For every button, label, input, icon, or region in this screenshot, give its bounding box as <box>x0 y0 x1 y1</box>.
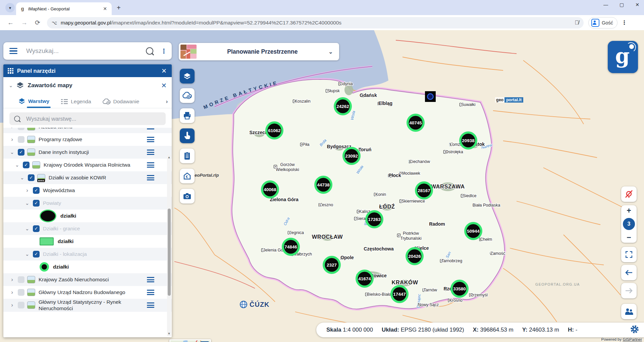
search-input[interactable]: Wyszukaj... <box>26 47 146 55</box>
cluster-marker[interactable]: 23092 <box>342 147 361 165</box>
tree-scrollbar[interactable]: ▲ ▼ <box>167 155 171 336</box>
layer-row[interactable]: ›Główny Urząd Nadzoru Budowlanego <box>3 286 172 299</box>
scrollbar-thumb[interactable] <box>168 209 171 296</box>
cluster-marker[interactable]: 20426 <box>406 247 424 265</box>
layer-checkbox[interactable] <box>18 128 24 130</box>
chevron-down-icon[interactable]: ⌄ <box>19 175 25 181</box>
layer-search-input[interactable]: Wyszukaj warstwę... <box>26 116 76 122</box>
layer-checkbox[interactable]: ✓ <box>33 225 40 232</box>
next-view-button[interactable] <box>621 283 637 298</box>
chevron-down-icon[interactable]: ⌄ <box>9 82 13 89</box>
layer-checkbox[interactable]: ✓ <box>18 149 24 156</box>
layer-checkbox[interactable] <box>18 302 24 308</box>
settings-button[interactable] <box>630 325 639 336</box>
chevron-down-icon[interactable]: ⌄ <box>24 200 30 206</box>
map-content-section[interactable]: ⌄ Zawartość mapy ✕ <box>3 77 172 94</box>
tab-search-chevron-icon[interactable]: ▾ <box>5 3 15 12</box>
gispartner-link[interactable]: GISPartner <box>623 337 642 341</box>
cluster-marker[interactable]: 74846 <box>282 238 300 256</box>
url-text[interactable]: mapy.geoportal.gov.pl/imapnext/imap/inde… <box>61 20 575 26</box>
layer-search-bar[interactable]: Wyszukaj warstwę... <box>9 112 166 125</box>
site-info-icon[interactable]: ⌥ <box>52 20 57 25</box>
toolbar-print-button[interactable] <box>180 108 195 123</box>
browser-menu-icon[interactable]: ⋮ <box>622 19 627 26</box>
fullscreen-button[interactable] <box>621 247 637 262</box>
legend-item[interactable]: działki <box>3 261 172 273</box>
cluster-marker[interactable]: 2327 <box>323 256 341 274</box>
maximize-icon[interactable]: ▢ <box>620 2 624 7</box>
chevron-right-icon[interactable]: › <box>9 276 15 283</box>
chevron-right-icon[interactable]: › <box>24 187 30 194</box>
layer-checkbox[interactable]: ✓ <box>33 200 40 207</box>
chevron-right-icon[interactable]: › <box>9 289 15 296</box>
legend-item[interactable]: działki <box>3 235 172 248</box>
layer-row[interactable]: ⌄✓Działki - granice <box>3 222 172 235</box>
tab-close-icon[interactable]: ✕ <box>102 6 108 11</box>
layer-checkbox[interactable]: ✓ <box>28 174 35 181</box>
global-search-bar[interactable]: Wyszukaj... ⋮ <box>3 42 172 60</box>
layer-menu-icon[interactable] <box>147 128 154 129</box>
profile-button[interactable]: Gość <box>588 17 618 28</box>
chevron-down-icon[interactable]: ⌄ <box>14 162 20 168</box>
layer-row[interactable]: ⌄✓wmsDziałki w zasobie KOWR <box>3 171 172 184</box>
cluster-marker[interactable]: 40068 <box>261 180 279 198</box>
back-icon[interactable]: ← <box>7 19 14 26</box>
tab-dodawanie[interactable]: Dodawanie <box>103 99 140 108</box>
layer-row[interactable]: ⌄✓Powiaty <box>3 197 172 210</box>
toolbar-screenshot-button[interactable] <box>180 189 195 204</box>
toolbar-cloud-add-button[interactable] <box>180 88 195 103</box>
legend-item[interactable]: działki <box>3 210 172 222</box>
layer-menu-icon[interactable] <box>147 277 154 282</box>
chevron-right-icon[interactable]: › <box>9 128 15 130</box>
cluster-marker[interactable]: 17447 <box>390 285 409 303</box>
cluster-marker[interactable]: 20938 <box>459 131 477 150</box>
chevron-down-icon[interactable]: ⌄ <box>9 149 15 155</box>
layer-checkbox[interactable]: ✓ <box>33 187 40 194</box>
previous-view-button[interactable] <box>621 265 637 280</box>
layer-menu-icon[interactable] <box>147 162 154 168</box>
menu-icon[interactable] <box>9 48 17 54</box>
zoom-out-button[interactable]: − <box>627 234 631 241</box>
chevron-right-icon[interactable]: › <box>9 302 15 308</box>
toolbar-select-button[interactable] <box>180 128 195 143</box>
layer-checkbox[interactable]: ✓ <box>23 162 30 168</box>
chevron-down-icon[interactable]: ⌄ <box>24 226 30 232</box>
cluster-marker[interactable]: 33580 <box>450 280 469 298</box>
layer-menu-icon[interactable] <box>147 290 154 295</box>
chevron-right-icon[interactable]: › <box>9 136 15 143</box>
cluster-marker[interactable]: 61062 <box>265 121 283 139</box>
panel-close-icon[interactable]: ✕ <box>161 67 167 75</box>
cluster-marker[interactable]: 41674 <box>356 270 374 288</box>
module-selector[interactable]: Planowanie Przestrzenne ⌄ <box>179 43 339 60</box>
zoom-in-button[interactable]: + <box>627 207 631 214</box>
cluster-marker[interactable]: 50944 <box>464 222 482 240</box>
layer-checkbox[interactable] <box>18 136 24 143</box>
toolbar-layers-button[interactable] <box>180 69 195 83</box>
layer-row[interactable]: ⌄✓Krajowy Ośrodek Wsparcia Rolnictwa <box>3 159 172 171</box>
close-icon[interactable]: ✕ <box>635 2 639 7</box>
layer-row[interactable]: ›✓Województwa <box>3 184 172 197</box>
toolbar-clipboard-button[interactable] <box>180 149 195 163</box>
tabs-overflow-chevron-icon[interactable]: › <box>166 99 168 105</box>
scroll-down-icon[interactable]: ▼ <box>167 332 171 335</box>
search-icon[interactable] <box>146 47 153 55</box>
layer-checkbox[interactable]: ✓ <box>33 251 40 258</box>
layer-row[interactable]: ⌄✓Dane innych instytucji <box>3 146 172 159</box>
tab-warstwy[interactable]: Warstwy <box>18 98 49 108</box>
section-close-icon[interactable]: ✕ <box>161 81 167 90</box>
layer-row[interactable]: ⌄✓Działki - lokalizacja <box>3 248 172 261</box>
layer-row[interactable]: ›Główny Urząd Statystyczny - Rynek Nieru… <box>3 299 172 312</box>
tracking-protection-icon[interactable]: 👁̸ <box>575 19 579 26</box>
layer-row[interactable]: ›Krajowy Zasób Nieruchomosci <box>3 273 172 286</box>
reload-icon[interactable]: ⟳ <box>35 19 40 26</box>
chevron-down-icon[interactable]: ⌄ <box>24 251 30 257</box>
layer-menu-icon[interactable] <box>147 150 154 155</box>
geolocation-off-button[interactable] <box>621 186 637 202</box>
layer-row[interactable]: ›Programy rządowe <box>3 133 172 146</box>
layer-row[interactable]: ›Rzeźba terenu <box>3 128 172 133</box>
overview-minimap[interactable]: ↗ <box>169 339 211 342</box>
layer-menu-icon[interactable] <box>147 137 154 142</box>
accessibility-button[interactable] <box>621 304 637 319</box>
toolbar-property-value-button[interactable]: € <box>180 169 195 183</box>
tab-legenda[interactable]: Legenda <box>61 99 91 108</box>
